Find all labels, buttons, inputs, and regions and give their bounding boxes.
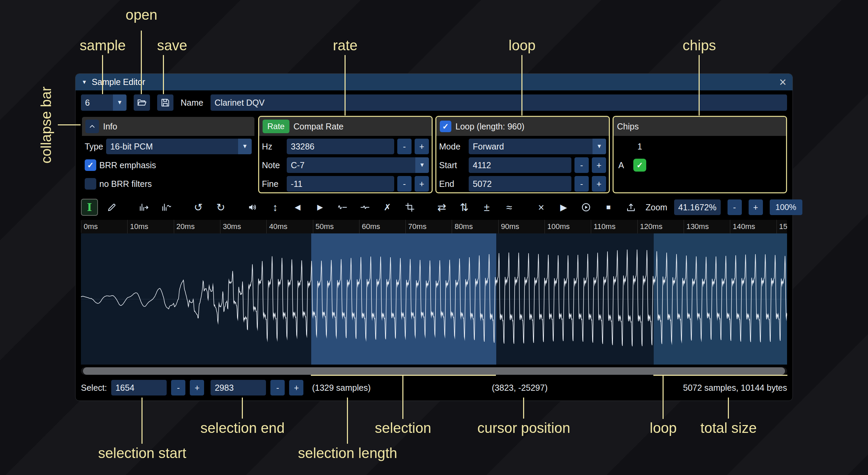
scrollbar-thumb[interactable] — [83, 367, 785, 375]
sign-invert-icon[interactable]: ± — [479, 199, 495, 215]
fine-plus-button[interactable]: + — [415, 176, 429, 192]
selection-start-minus-button[interactable]: - — [171, 380, 185, 395]
ruler-tick: 120ms — [637, 220, 663, 233]
chevron-down-icon[interactable]: ▼ — [113, 94, 127, 111]
ruler-tick: 80ms — [452, 220, 473, 233]
zoom-label: Zoom — [646, 203, 667, 212]
loop-start-plus-button[interactable]: + — [592, 157, 606, 173]
window-title: Sample Editor — [92, 77, 145, 87]
ruler-tick: 150ms — [777, 220, 787, 233]
chevron-down-icon[interactable]: ▼ — [592, 139, 606, 154]
sample-selector[interactable]: 6 ▼ — [81, 94, 127, 111]
loop-mode-value: Forward — [469, 142, 592, 152]
resample-icon[interactable] — [158, 199, 174, 215]
loop-end-minus-button[interactable]: - — [574, 176, 589, 192]
chevron-down-icon[interactable]: ▼ — [238, 139, 252, 154]
chevron-down-icon[interactable]: ▼ — [415, 157, 429, 173]
draw-tool-icon[interactable] — [104, 199, 120, 215]
note-select[interactable]: C-7 ▼ — [287, 157, 429, 173]
ruler-tick: 0ms — [81, 220, 98, 233]
fade-in-icon[interactable]: ◀ — [290, 199, 305, 215]
save-button[interactable] — [157, 94, 173, 111]
selection-end-minus-button[interactable]: - — [270, 380, 285, 395]
file-row: 6 ▼ Name Clarinet DQV — [81, 94, 787, 111]
hz-label: Hz — [262, 142, 284, 152]
selection-end-plus-button[interactable]: + — [289, 380, 303, 395]
rate-badge: Rate — [263, 120, 289, 133]
import-icon[interactable] — [623, 199, 639, 215]
zoom-out-button[interactable]: - — [728, 199, 742, 215]
brr-emphasis-checkbox[interactable]: ✓ — [85, 159, 96, 171]
trim-icon[interactable] — [402, 199, 418, 215]
waveform-display[interactable] — [81, 233, 787, 365]
apply-silence-icon[interactable] — [357, 199, 373, 215]
chip-row-label: A — [616, 160, 632, 170]
loop-end-input[interactable]: 5072 — [469, 176, 571, 192]
hz-value: 33286 — [291, 142, 315, 152]
hz-plus-button[interactable]: + — [415, 139, 429, 154]
delete-icon[interactable]: ✗ — [380, 199, 395, 215]
crossfade-loop-icon[interactable]: × — [533, 199, 549, 215]
selection-end-input[interactable]: 2983 — [211, 380, 266, 395]
undo-icon[interactable]: ↺ — [190, 199, 206, 215]
crop-icon — [405, 202, 415, 212]
insert-silence-icon[interactable] — [335, 199, 350, 215]
annotation-loop-top: lo​op — [508, 37, 535, 54]
chip-column-header: 1 — [632, 142, 648, 152]
annotation-collapse-bar: collapse bar — [38, 87, 54, 163]
name-input[interactable]: Clarinet DQV — [211, 94, 787, 111]
selection-start-plus-button[interactable]: + — [190, 380, 204, 395]
resize-icon[interactable] — [136, 199, 152, 215]
type-select-value: 16-bit PCM — [106, 142, 238, 152]
zoom-reset-button[interactable]: 100% — [770, 199, 802, 215]
hz-input[interactable]: 33286 — [287, 139, 394, 154]
ruler-tick: 40ms — [266, 220, 287, 233]
titlebar[interactable]: ▼ Sample Editor × — [76, 74, 792, 90]
open-button[interactable] — [134, 94, 150, 111]
loop-checkbox[interactable]: ✓ — [440, 121, 451, 132]
reverse-icon[interactable]: ⇄ — [434, 199, 450, 215]
total-size-text: 5072 samples, 10144 bytes — [683, 383, 787, 393]
fine-minus-button[interactable]: - — [397, 176, 412, 192]
collapse-bar-button[interactable] — [85, 120, 99, 133]
cursor-position-text: (3823, -25297) — [492, 383, 548, 393]
preview-icon[interactable]: ▶ — [556, 199, 571, 215]
amplify-icon[interactable] — [245, 199, 261, 215]
type-select[interactable]: 16-bit PCM ▼ — [106, 139, 252, 154]
scrollbar[interactable] — [81, 367, 787, 375]
name-label: Name — [181, 98, 203, 108]
preview-from-cursor-icon[interactable] — [578, 199, 594, 215]
loop-start-minus-button[interactable]: - — [574, 157, 589, 173]
pencil-icon — [107, 202, 117, 212]
zoom-in-button[interactable]: + — [749, 199, 763, 215]
stop-icon[interactable]: ■ — [601, 199, 616, 215]
ruler[interactable]: 0ms10ms20ms30ms40ms50ms60ms70ms80ms90ms1… — [81, 220, 787, 233]
info-header: Info — [103, 122, 117, 131]
selection-start-input[interactable]: 1654 — [111, 380, 167, 395]
no-brr-filters-checkbox[interactable] — [85, 178, 96, 190]
loop-start-input[interactable]: 4112 — [469, 157, 571, 173]
invert-icon[interactable]: ⇅ — [456, 199, 472, 215]
chip-enable-checkbox[interactable]: ✓ — [633, 159, 646, 172]
loop-end-plus-button[interactable]: + — [592, 176, 606, 192]
selection-length-text: (1329 samples) — [312, 383, 370, 393]
filter-icon[interactable]: ≈ — [501, 199, 517, 215]
annotation-save: save — [157, 37, 187, 54]
loop-mode-select[interactable]: Forward ▼ — [469, 139, 606, 154]
fine-input[interactable]: -11 — [287, 176, 394, 192]
ruler-tick: 30ms — [220, 220, 241, 233]
zoom-input[interactable]: 41.1672% — [674, 199, 721, 215]
window-collapse-icon[interactable]: ▼ — [82, 79, 87, 85]
note-select-value: C-7 — [287, 160, 415, 170]
close-icon[interactable]: × — [779, 76, 786, 88]
hz-minus-button[interactable]: - — [397, 139, 412, 154]
annotation-sample: sample — [80, 37, 126, 54]
ruler-tick: 110ms — [591, 220, 615, 233]
redo-icon[interactable]: ↻ — [213, 199, 229, 215]
selection-end-value: 2983 — [215, 383, 234, 393]
select-tool-icon[interactable]: I — [82, 199, 97, 215]
fade-out-icon[interactable]: ▶ — [312, 199, 328, 215]
chips-section: Chips 1 A ✓ — [613, 116, 787, 193]
speaker-icon — [248, 202, 258, 212]
normalize-icon[interactable]: ↕ — [267, 199, 283, 215]
